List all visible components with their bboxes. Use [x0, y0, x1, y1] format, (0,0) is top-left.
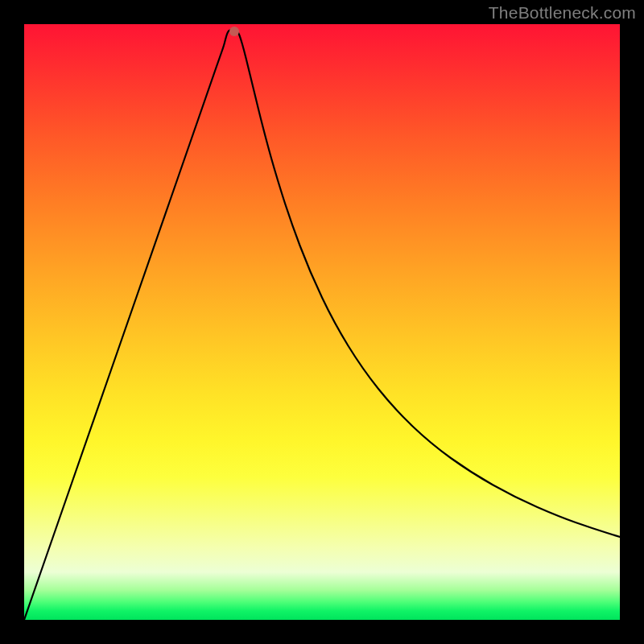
watermark-text: TheBottleneck.com [489, 3, 636, 23]
chart-frame: TheBottleneck.com [0, 0, 644, 644]
chart-svg [24, 24, 620, 620]
plot-area [24, 24, 620, 620]
optimal-point-marker [229, 27, 239, 36]
bottleneck-curve [24, 30, 620, 620]
